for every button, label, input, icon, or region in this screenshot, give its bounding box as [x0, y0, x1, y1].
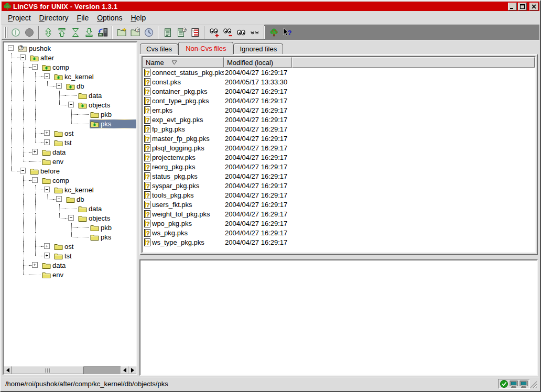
- tree-expand-toggle[interactable]: [44, 243, 50, 249]
- file-row[interactable]: ?exp_evt_pkg.pks2004/04/27 16:29:17: [143, 115, 535, 124]
- eyes-closed-button[interactable]: [248, 26, 262, 39]
- tree-collapse-toggle[interactable]: [20, 55, 26, 60]
- tree-collapse-toggle[interactable]: [44, 73, 50, 79]
- tree-collapse-toggle[interactable]: [56, 83, 62, 89]
- file-row[interactable]: ?err.pks2004/04/27 16:29:17: [143, 105, 535, 115]
- tree-node-env[interactable]: env: [5, 270, 136, 279]
- tree-node-comp[interactable]: comp: [5, 62, 136, 72]
- tree-node-pkb[interactable]: pkb: [5, 223, 136, 232]
- column-header-name[interactable]: Name: [143, 57, 224, 68]
- folder-new-button[interactable]: [115, 26, 128, 39]
- arrows-collapse-button[interactable]: [69, 26, 82, 39]
- eyes-remove-button[interactable]: [221, 26, 234, 39]
- file-row[interactable]: ?projectenv.pks2004/04/27 16:29:17: [143, 153, 535, 162]
- arrow-down-bar-button[interactable]: [82, 26, 96, 39]
- scroll-left-button-2[interactable]: [121, 366, 128, 374]
- menu-project[interactable]: Project: [4, 13, 35, 23]
- file-row[interactable]: ?tools_pkg.pks2004/04/27 16:29:17: [143, 190, 535, 200]
- tree-node-pks[interactable]: pks: [5, 232, 136, 242]
- tree-node-objects[interactable]: objects: [5, 213, 136, 223]
- file-row[interactable]: ?ws_pkg.pks2004/04/27 16:29:17: [143, 228, 535, 237]
- clock-button[interactable]: [142, 26, 156, 39]
- folder-question-button[interactable]: ?: [128, 26, 142, 39]
- tree-node-data[interactable]: data: [5, 91, 136, 100]
- tree-collapse-toggle[interactable]: [56, 196, 62, 202]
- file-row[interactable]: ?const.pks2004/05/17 13:33:30: [143, 77, 535, 86]
- file-row[interactable]: ?weight_tol_pkg.pks2004/04/27 16:29:17: [143, 209, 535, 219]
- tree-node-ost[interactable]: ost: [5, 242, 136, 251]
- menu-directory[interactable]: Directory: [36, 13, 72, 23]
- column-header-modified-local[interactable]: Modified (local): [224, 57, 292, 68]
- scrollbar-thumb[interactable]: [12, 366, 84, 374]
- tab-ignored-files[interactable]: Ignored files: [233, 43, 283, 54]
- eyes-button[interactable]: [234, 26, 248, 39]
- tree-collapse-toggle[interactable]: [32, 64, 38, 70]
- computer-server-button[interactable]: [96, 26, 110, 39]
- tree-node-data[interactable]: data: [5, 204, 136, 213]
- tree-node-db[interactable]: db: [5, 81, 136, 91]
- tree-node-after[interactable]: after: [5, 53, 136, 62]
- file-row[interactable]: ?syspar_pkg.pks2004/04/27 16:29:17: [143, 181, 535, 190]
- file-row[interactable]: ?users_fkt.pks2004/04/27 16:29:17: [143, 200, 535, 209]
- tree-node-kc-kernel[interactable]: kc_kernel: [5, 185, 136, 194]
- tree-node-tst[interactable]: tst: [5, 251, 136, 260]
- file-row[interactable]: ?wpo_pkg.pks2004/04/27 16:29:17: [143, 219, 535, 228]
- tree-node-before[interactable]: before: [5, 166, 136, 176]
- tree-node-ost[interactable]: ost: [5, 128, 136, 138]
- tree-node-tst[interactable]: tst: [5, 138, 136, 147]
- menu-file[interactable]: File: [73, 13, 93, 23]
- file-row[interactable]: ?container_pkg.pks2004/04/27 16:29:17: [143, 86, 535, 96]
- file-row[interactable]: ?reorg_pkg.pks2004/04/27 16:29:17: [143, 162, 535, 171]
- tree-logo-button[interactable]: [267, 26, 280, 39]
- file-row[interactable]: ?status_pkg.pks2004/04/27 16:29:17: [143, 171, 535, 181]
- arrow-up-bar-button[interactable]: [55, 26, 69, 39]
- tree-node-kc-kernel[interactable]: kc_kernel: [5, 72, 136, 81]
- tree-node-comp[interactable]: comp: [5, 176, 136, 185]
- tree-collapse-toggle[interactable]: [8, 45, 14, 51]
- tree-collapse-toggle[interactable]: [32, 177, 38, 183]
- tree-node-objects[interactable]: objects: [5, 100, 136, 110]
- tree-node-pushok[interactable]: ?pushok: [5, 43, 136, 53]
- tree-node-data[interactable]: data: [5, 260, 136, 270]
- tree-collapse-toggle[interactable]: [20, 168, 26, 173]
- tree-expand-toggle[interactable]: [44, 139, 50, 145]
- file-row[interactable]: ?cont_type_pkg.pks2004/04/27 16:29:17: [143, 96, 535, 105]
- tree-horizontal-scrollbar[interactable]: [4, 366, 136, 374]
- tree-node-data[interactable]: data: [5, 147, 136, 157]
- notepad-stripes-button[interactable]: ?: [188, 26, 202, 39]
- tree-node-env[interactable]: env: [5, 157, 136, 166]
- tree-collapse-toggle[interactable]: [44, 187, 50, 192]
- tab-cvs-files[interactable]: Cvs files: [140, 43, 178, 54]
- toolbar-drag-handle[interactable]: [4, 27, 7, 38]
- tree-expand-toggle[interactable]: [44, 253, 50, 258]
- notepad-button[interactable]: [161, 26, 175, 39]
- file-row[interactable]: ?plsql_logging.pks2004/04/27 16:29:17: [143, 143, 535, 153]
- tab-non-cvs-files[interactable]: Non-Cvs files: [178, 42, 233, 55]
- tree-node-pkb[interactable]: pkb: [5, 110, 136, 119]
- tree-collapse-toggle[interactable]: [68, 102, 74, 107]
- file-row[interactable]: ?connect_status_pkg.pks2004/04/27 16:29:…: [143, 68, 535, 77]
- close-button[interactable]: [529, 3, 538, 10]
- resize-grip-icon[interactable]: [529, 380, 537, 388]
- tree-expand-toggle[interactable]: [32, 149, 38, 155]
- tree-node-pks[interactable]: pks: [5, 119, 136, 128]
- notepad-question-button[interactable]: ?: [175, 26, 188, 39]
- tree-collapse-toggle[interactable]: [68, 215, 74, 221]
- eyes-add-button[interactable]: [207, 26, 221, 39]
- scroll-left-button[interactable]: [4, 366, 12, 374]
- whats-this-button[interactable]: ?: [280, 26, 294, 39]
- scrollbar-groove[interactable]: [84, 366, 121, 374]
- scroll-right-button[interactable]: [128, 366, 136, 374]
- tree-expand-toggle[interactable]: [32, 262, 38, 268]
- maximize-button[interactable]: [518, 3, 527, 10]
- busy-circle-button[interactable]: [23, 26, 36, 39]
- horizontal-splitter[interactable]: [139, 255, 538, 259]
- tree-node-db[interactable]: db: [5, 194, 136, 204]
- file-row[interactable]: ?ws_type_pkg.pks2004/04/27 16:29:17: [143, 237, 535, 247]
- minimize-button[interactable]: [508, 3, 517, 10]
- tree-expand-toggle[interactable]: [44, 130, 50, 136]
- titlebar[interactable]: LinCVS for UNIX - Version 1.3.1: [2, 2, 539, 11]
- menu-options[interactable]: Options: [93, 13, 126, 23]
- power-button[interactable]: [9, 26, 23, 39]
- file-row[interactable]: ?master_fp_pkg.pks2004/04/27 16:29:17: [143, 134, 535, 143]
